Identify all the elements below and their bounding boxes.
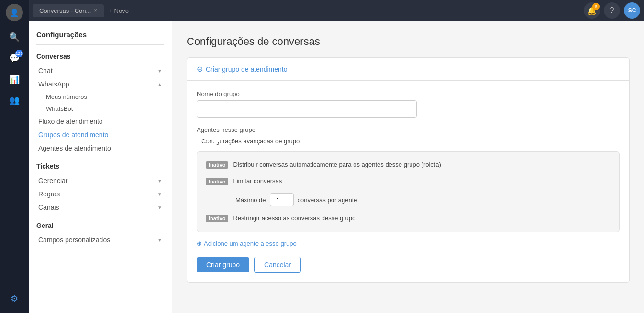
card-header: ⊕ Criar grupo de atendimento (187, 58, 629, 81)
sidebar: Configurações Conversas Chat ▼ WhatsApp … (29, 21, 172, 313)
tab-close-icon[interactable]: × (94, 7, 97, 14)
distribute-toggle-wrapper[interactable]: Inativo (206, 161, 228, 168)
limit-toggle-wrapper[interactable]: Inativo (206, 177, 228, 185)
action-row: Criar grupo Cancelar (197, 257, 620, 273)
sidebar-item-campos[interactable]: Campos personalizados ▼ (36, 233, 164, 247)
sidebar-section-tickets: Tickets (36, 162, 164, 170)
limit-row: Inativo Limitar conversas Máximo de conv… (206, 177, 611, 206)
user-avatar-icon[interactable]: 👤 (6, 4, 23, 21)
restrict-row: Inativo Restringir acesso as conversas d… (206, 214, 611, 223)
conversations-tab[interactable]: Conversas - Con... × (33, 4, 104, 17)
contacts-nav-icon[interactable]: 👥 (5, 91, 24, 110)
card-body: Nome do grupo Agentes nesse grupo Ativo … (187, 81, 629, 282)
group-name-label: Nome do grupo (197, 90, 620, 97)
create-group-button[interactable]: Criar grupo (197, 257, 249, 272)
help-button[interactable]: ? (604, 2, 620, 19)
chat-badge: 121 (15, 50, 23, 57)
sidebar-subitem-meus-numeros[interactable]: Meus números (36, 91, 164, 103)
add-agent-link[interactable]: ⊕ Adicione um agente a esse grupo (197, 240, 620, 247)
reports-nav-icon[interactable]: 📊 (5, 70, 24, 89)
sidebar-item-chat[interactable]: Chat ▼ (36, 64, 164, 77)
cancel-button[interactable]: Cancelar (254, 257, 301, 273)
chat-nav-icon[interactable]: 💬 121 (5, 49, 24, 68)
max-suffix-label: conversas por agente (298, 196, 357, 204)
sidebar-item-regras[interactable]: Regras ▼ (36, 187, 164, 201)
sidebar-item-whatsapp[interactable]: WhatsApp ▲ (36, 77, 164, 91)
chevron-up-icon: ▲ (157, 82, 162, 87)
main-wrapper: Configurações Conversas Chat ▼ WhatsApp … (29, 21, 644, 313)
icon-bar: 👤 🔍 💬 121 📊 👥 ⚙ (0, 0, 29, 313)
chevron-down-icon: ▼ (157, 178, 162, 183)
sidebar-item-agentes[interactable]: Agentes de atendimento (36, 141, 164, 155)
restrict-toggle-wrapper[interactable]: Inativo (206, 214, 228, 222)
settings-nav-icon[interactable]: ⚙ (5, 289, 24, 308)
search-nav-icon[interactable]: 🔍 (5, 28, 24, 47)
chevron-down-icon: ▼ (157, 68, 162, 74)
new-button[interactable]: + Novo (109, 7, 129, 14)
tab-bar-right: 🔔 6 ? SC (584, 2, 640, 19)
distribute-text: Distribuir conversas automaticamente par… (233, 161, 441, 169)
sidebar-item-gerenciar[interactable]: Gerenciar ▼ (36, 174, 164, 187)
max-conversations-input[interactable] (270, 193, 294, 206)
agents-label: Agentes nesse grupo (197, 126, 620, 133)
max-de-label: Máximo de (235, 196, 266, 204)
content-area: Configurações de conversas ⊕ Criar grupo… (172, 21, 644, 313)
sidebar-item-canais[interactable]: Canais ▼ (36, 201, 164, 214)
sidebar-item-fluxo[interactable]: Fluxo de atendimento (36, 115, 164, 128)
main-card: ⊕ Criar grupo de atendimento Nome do gru… (187, 57, 630, 283)
group-name-field: Nome do grupo (197, 90, 620, 118)
sidebar-title: Configurações (36, 31, 164, 45)
tab-label: Conversas - Con... (39, 7, 91, 14)
notification-button[interactable]: 🔔 6 (584, 2, 600, 19)
sidebar-section-conversas: Conversas (36, 53, 164, 60)
chevron-down-icon: ▼ (157, 237, 162, 243)
limit-status-label: Inativo (206, 178, 228, 185)
tab-bar: Conversas - Con... × + Novo 🔔 6 ? SC (29, 0, 644, 21)
group-name-input[interactable] (197, 100, 417, 118)
plus-icon: ⊕ (197, 65, 203, 74)
user-initials-avatar[interactable]: SC (624, 2, 640, 19)
limit-text: Limitar conversas (233, 177, 282, 185)
chevron-down-icon: ▼ (157, 205, 162, 210)
distribute-status-label: Inativo (206, 161, 228, 169)
sidebar-item-grupos[interactable]: Grupos de atendimento (36, 128, 164, 141)
ativo-toggle-row: Ativo Configurações avançadas de grupo (197, 137, 620, 145)
restrict-text: Restringir acesso as conversas desse gru… (233, 214, 355, 223)
notification-badge: 6 (592, 3, 600, 10)
create-group-link[interactable]: Criar grupo de atendimento (206, 65, 287, 73)
sidebar-section-geral: Geral (36, 222, 164, 229)
plus-icon: ⊕ (197, 240, 202, 247)
advanced-config-box: Inativo Distribuir conversas automaticam… (197, 151, 620, 232)
restrict-status-label: Inativo (206, 215, 228, 222)
distribute-row: Inativo Distribuir conversas automaticam… (206, 161, 611, 169)
page-title: Configurações de conversas (187, 35, 630, 48)
chevron-down-icon: ▼ (157, 192, 162, 197)
sidebar-subitem-whatsbot[interactable]: WhatsBot (36, 103, 164, 115)
